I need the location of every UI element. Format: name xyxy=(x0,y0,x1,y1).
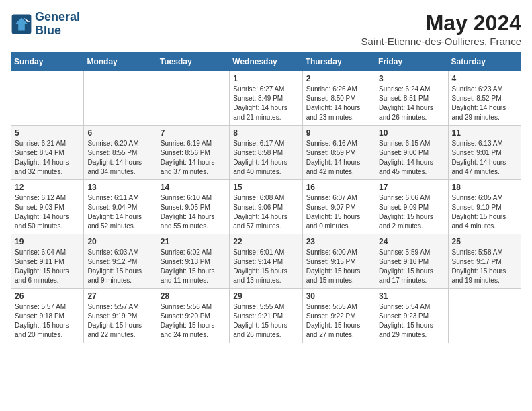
day-info: Sunrise: 6:02 AM Sunset: 9:13 PM Dayligh… xyxy=(161,248,226,285)
day-number: 18 xyxy=(452,183,517,192)
day-info: Sunrise: 6:15 AM Sunset: 9:00 PM Dayligh… xyxy=(379,139,444,177)
logo: General Blue xyxy=(11,11,80,38)
location-title: Saint-Etienne-des-Oullieres, France xyxy=(361,36,521,47)
day-number: 21 xyxy=(161,237,226,246)
day-info: Sunrise: 6:03 AM Sunset: 9:12 PM Dayligh… xyxy=(87,248,152,285)
day-cell: 7Sunrise: 6:19 AM Sunset: 8:56 PM Daylig… xyxy=(157,126,229,180)
day-cell: 13Sunrise: 6:11 AM Sunset: 9:04 PM Dayli… xyxy=(84,180,157,234)
calendar-table: SundayMondayTuesdayWednesdayThursdayFrid… xyxy=(11,52,521,343)
day-number: 17 xyxy=(379,183,444,192)
day-cell: 27Sunrise: 5:57 AM Sunset: 9:19 PM Dayli… xyxy=(84,289,157,343)
day-number: 20 xyxy=(87,237,152,246)
day-cell: 6Sunrise: 6:20 AM Sunset: 8:55 PM Daylig… xyxy=(84,126,157,180)
day-cell: 5Sunrise: 6:21 AM Sunset: 8:54 PM Daylig… xyxy=(11,126,84,180)
logo-icon xyxy=(11,13,32,35)
day-info: Sunrise: 6:27 AM Sunset: 8:49 PM Dayligh… xyxy=(233,85,298,122)
header-cell-monday: Monday xyxy=(84,53,157,71)
day-info: Sunrise: 6:26 AM Sunset: 8:50 PM Dayligh… xyxy=(306,85,371,122)
week-row-5: 26Sunrise: 5:57 AM Sunset: 9:18 PM Dayli… xyxy=(11,289,521,343)
day-number: 23 xyxy=(306,237,371,246)
day-info: Sunrise: 6:04 AM Sunset: 9:11 PM Dayligh… xyxy=(15,248,80,285)
day-info: Sunrise: 6:07 AM Sunset: 9:07 PM Dayligh… xyxy=(306,193,371,231)
header-cell-wednesday: Wednesday xyxy=(230,53,302,71)
day-number: 8 xyxy=(233,128,298,138)
day-number: 29 xyxy=(233,291,298,301)
day-number: 30 xyxy=(306,291,371,301)
week-row-2: 5Sunrise: 6:21 AM Sunset: 8:54 PM Daylig… xyxy=(11,126,521,180)
day-cell: 30Sunrise: 5:55 AM Sunset: 9:22 PM Dayli… xyxy=(302,289,375,343)
day-number: 6 xyxy=(87,128,152,138)
day-cell: 26Sunrise: 5:57 AM Sunset: 9:18 PM Dayli… xyxy=(11,289,84,343)
day-number: 24 xyxy=(379,237,444,246)
day-number: 14 xyxy=(161,183,226,192)
day-number: 3 xyxy=(379,74,444,83)
day-cell: 28Sunrise: 5:56 AM Sunset: 9:20 PM Dayli… xyxy=(157,289,229,343)
day-info: Sunrise: 5:55 AM Sunset: 9:21 PM Dayligh… xyxy=(233,302,298,340)
day-cell: 19Sunrise: 6:04 AM Sunset: 9:11 PM Dayli… xyxy=(11,234,84,289)
day-number: 31 xyxy=(379,291,444,301)
day-cell: 17Sunrise: 6:06 AM Sunset: 9:09 PM Dayli… xyxy=(375,180,448,234)
day-info: Sunrise: 5:59 AM Sunset: 9:16 PM Dayligh… xyxy=(379,248,444,285)
day-cell xyxy=(11,71,84,126)
day-number: 25 xyxy=(452,237,517,246)
day-number: 11 xyxy=(452,128,517,138)
day-cell: 4Sunrise: 6:23 AM Sunset: 8:52 PM Daylig… xyxy=(448,71,521,126)
day-number: 26 xyxy=(15,291,80,301)
week-row-1: 1Sunrise: 6:27 AM Sunset: 8:49 PM Daylig… xyxy=(11,71,521,126)
logo-text: General Blue xyxy=(35,11,80,38)
day-cell: 2Sunrise: 6:26 AM Sunset: 8:50 PM Daylig… xyxy=(302,71,375,126)
day-cell: 25Sunrise: 5:58 AM Sunset: 9:17 PM Dayli… xyxy=(448,234,521,289)
day-cell: 16Sunrise: 6:07 AM Sunset: 9:07 PM Dayli… xyxy=(302,180,375,234)
day-cell xyxy=(157,71,229,126)
day-number: 4 xyxy=(452,74,517,83)
day-info: Sunrise: 6:12 AM Sunset: 9:03 PM Dayligh… xyxy=(15,193,80,231)
day-number: 15 xyxy=(233,183,298,192)
day-cell: 14Sunrise: 6:10 AM Sunset: 9:05 PM Dayli… xyxy=(157,180,229,234)
day-info: Sunrise: 6:13 AM Sunset: 9:01 PM Dayligh… xyxy=(452,139,517,177)
day-info: Sunrise: 6:16 AM Sunset: 8:59 PM Dayligh… xyxy=(306,139,371,177)
day-cell: 15Sunrise: 6:08 AM Sunset: 9:06 PM Dayli… xyxy=(230,180,302,234)
day-info: Sunrise: 6:20 AM Sunset: 8:55 PM Dayligh… xyxy=(87,139,152,177)
day-number: 13 xyxy=(87,183,152,192)
day-info: Sunrise: 6:05 AM Sunset: 9:10 PM Dayligh… xyxy=(452,193,517,231)
day-info: Sunrise: 6:23 AM Sunset: 8:52 PM Dayligh… xyxy=(452,85,517,122)
day-cell: 21Sunrise: 6:02 AM Sunset: 9:13 PM Dayli… xyxy=(157,234,229,289)
day-cell: 1Sunrise: 6:27 AM Sunset: 8:49 PM Daylig… xyxy=(230,71,302,126)
header-cell-tuesday: Tuesday xyxy=(157,53,229,71)
day-info: Sunrise: 5:57 AM Sunset: 9:19 PM Dayligh… xyxy=(87,302,152,340)
header-cell-sunday: Sunday xyxy=(11,53,84,71)
day-number: 16 xyxy=(306,183,371,192)
day-number: 12 xyxy=(15,183,80,192)
week-row-4: 19Sunrise: 6:04 AM Sunset: 9:11 PM Dayli… xyxy=(11,234,521,289)
header-cell-saturday: Saturday xyxy=(448,53,521,71)
day-cell: 20Sunrise: 6:03 AM Sunset: 9:12 PM Dayli… xyxy=(84,234,157,289)
day-cell: 8Sunrise: 6:17 AM Sunset: 8:58 PM Daylig… xyxy=(230,126,302,180)
day-info: Sunrise: 6:19 AM Sunset: 8:56 PM Dayligh… xyxy=(161,139,226,177)
day-info: Sunrise: 6:17 AM Sunset: 8:58 PM Dayligh… xyxy=(233,139,298,177)
day-cell: 22Sunrise: 6:01 AM Sunset: 9:14 PM Dayli… xyxy=(230,234,302,289)
day-number: 10 xyxy=(379,128,444,138)
day-cell: 18Sunrise: 6:05 AM Sunset: 9:10 PM Dayli… xyxy=(448,180,521,234)
day-info: Sunrise: 5:56 AM Sunset: 9:20 PM Dayligh… xyxy=(161,302,226,340)
day-info: Sunrise: 6:11 AM Sunset: 9:04 PM Dayligh… xyxy=(87,193,152,231)
day-cell: 23Sunrise: 6:00 AM Sunset: 9:15 PM Dayli… xyxy=(302,234,375,289)
day-cell: 29Sunrise: 5:55 AM Sunset: 9:21 PM Dayli… xyxy=(230,289,302,343)
day-info: Sunrise: 6:24 AM Sunset: 8:51 PM Dayligh… xyxy=(379,85,444,122)
week-row-3: 12Sunrise: 6:12 AM Sunset: 9:03 PM Dayli… xyxy=(11,180,521,234)
day-info: Sunrise: 6:08 AM Sunset: 9:06 PM Dayligh… xyxy=(233,193,298,231)
day-cell: 12Sunrise: 6:12 AM Sunset: 9:03 PM Dayli… xyxy=(11,180,84,234)
header-cell-friday: Friday xyxy=(375,53,448,71)
day-cell xyxy=(84,71,157,126)
day-number: 27 xyxy=(87,291,152,301)
day-number: 1 xyxy=(233,74,298,83)
header: General Blue May 2024 Saint-Etienne-des-… xyxy=(11,11,521,47)
day-cell: 24Sunrise: 5:59 AM Sunset: 9:16 PM Dayli… xyxy=(375,234,448,289)
day-number: 19 xyxy=(15,237,80,246)
day-info: Sunrise: 6:06 AM Sunset: 9:09 PM Dayligh… xyxy=(379,193,444,231)
header-row: SundayMondayTuesdayWednesdayThursdayFrid… xyxy=(11,53,521,71)
day-cell: 10Sunrise: 6:15 AM Sunset: 9:00 PM Dayli… xyxy=(375,126,448,180)
day-number: 5 xyxy=(15,128,80,138)
day-info: Sunrise: 5:54 AM Sunset: 9:23 PM Dayligh… xyxy=(379,302,444,340)
day-cell xyxy=(448,289,521,343)
day-info: Sunrise: 6:00 AM Sunset: 9:15 PM Dayligh… xyxy=(306,248,371,285)
